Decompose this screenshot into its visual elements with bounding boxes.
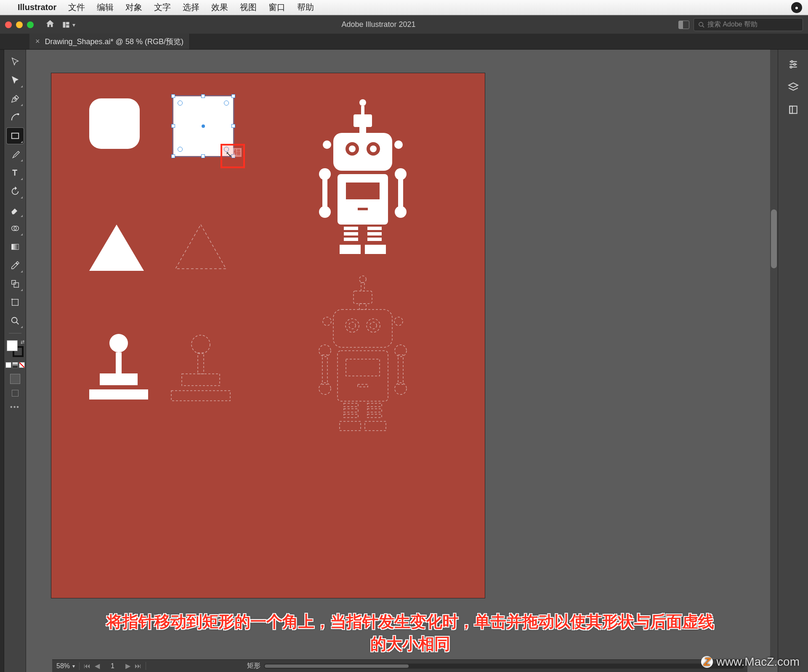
resize-handle[interactable] xyxy=(231,94,235,98)
workspace: T ⇄ ••• xyxy=(0,50,808,672)
horizontal-scrollbar[interactable] xyxy=(264,664,744,669)
triangle-dashed-outline[interactable] xyxy=(173,222,228,271)
app-name[interactable]: Illustrator xyxy=(18,3,56,12)
svg-point-77 xyxy=(791,61,792,62)
menu-file[interactable]: 文件 xyxy=(68,2,85,13)
canvas-area[interactable]: ⤡ 锚 xyxy=(26,50,778,672)
joystick-dashed-outline[interactable] xyxy=(169,334,232,411)
edit-toolbar-icon[interactable]: ••• xyxy=(10,403,20,411)
direct-selection-tool[interactable] xyxy=(7,72,24,88)
scrollbar-thumb[interactable] xyxy=(771,209,777,268)
svg-point-27 xyxy=(349,146,356,152)
svg-rect-63 xyxy=(322,355,327,384)
menu-edit[interactable]: 编辑 xyxy=(97,2,114,13)
scrollbar-thumb[interactable] xyxy=(265,664,409,668)
menu-effect[interactable]: 效果 xyxy=(211,2,228,13)
svg-point-31 xyxy=(394,140,403,149)
svg-rect-83 xyxy=(789,106,792,113)
robot-dashed-outline[interactable] xyxy=(304,271,422,449)
live-corner-widget[interactable] xyxy=(178,101,183,106)
menu-object[interactable]: 对象 xyxy=(125,2,142,13)
prev-artboard-button[interactable]: ◀ xyxy=(93,662,101,670)
color-none-button[interactable] xyxy=(19,362,25,368)
color-gradient-button[interactable] xyxy=(12,362,18,368)
first-artboard-button[interactable]: ⏮ xyxy=(83,662,91,670)
scale-tool[interactable] xyxy=(7,276,24,292)
zoom-tool[interactable] xyxy=(7,313,24,329)
svg-rect-41 xyxy=(344,227,358,230)
joystick-solid-shape[interactable] xyxy=(89,334,148,399)
home-icon[interactable] xyxy=(45,19,55,30)
svg-point-67 xyxy=(395,383,407,394)
arrange-documents-button[interactable]: ▾ xyxy=(59,19,79,30)
screen-mode-buttons[interactable] xyxy=(12,390,19,397)
rotate-tool[interactable] xyxy=(7,183,24,199)
shape-builder-tool[interactable] xyxy=(7,220,24,236)
pen-tool[interactable] xyxy=(7,91,24,107)
resize-handle[interactable] xyxy=(171,154,175,158)
svg-rect-25 xyxy=(359,127,366,133)
help-search-input[interactable]: 搜索 Adobe 帮助 xyxy=(694,18,803,31)
paintbrush-tool[interactable] xyxy=(7,146,24,162)
curvature-tool[interactable] xyxy=(7,109,24,125)
panel-toggle-icon[interactable] xyxy=(678,21,689,29)
resize-handle[interactable] xyxy=(201,94,205,98)
artboard-number[interactable]: 1 xyxy=(103,662,122,670)
svg-point-38 xyxy=(395,168,407,180)
selection-tool[interactable] xyxy=(7,54,24,70)
draw-mode-button[interactable] xyxy=(10,374,20,384)
eraser-tool[interactable] xyxy=(7,202,24,218)
resize-handle[interactable] xyxy=(231,124,235,128)
next-artboard-button[interactable]: ▶ xyxy=(124,662,132,670)
window-controls xyxy=(5,21,34,28)
gradient-tool[interactable] xyxy=(7,239,24,255)
triangle-solid-shape[interactable] xyxy=(89,225,144,271)
svg-point-53 xyxy=(346,319,359,332)
svg-rect-73 xyxy=(367,414,382,418)
menu-window[interactable]: 窗口 xyxy=(268,2,285,13)
color-solid-button[interactable] xyxy=(5,362,11,368)
live-corner-widget[interactable] xyxy=(178,147,183,152)
live-corner-widget[interactable] xyxy=(224,101,229,106)
resize-handle[interactable] xyxy=(201,154,205,158)
svg-rect-19 xyxy=(198,353,204,374)
menu-help[interactable]: 帮助 xyxy=(297,2,314,13)
document-tab[interactable]: × Drawing_Shapes.ai* @ 58 % (RGB/预览) xyxy=(29,34,190,49)
vertical-scrollbar[interactable] xyxy=(770,50,778,660)
svg-rect-23 xyxy=(361,106,364,114)
menu-select[interactable]: 选择 xyxy=(183,2,199,13)
right-panel-dock xyxy=(778,50,808,672)
svg-rect-71 xyxy=(367,403,382,407)
search-placeholder: 搜索 Adobe 帮助 xyxy=(707,20,758,29)
artboard[interactable]: ⤡ 锚 xyxy=(51,73,485,598)
svg-point-58 xyxy=(394,317,403,325)
zoom-level-dropdown[interactable]: 58%▾ xyxy=(52,662,80,670)
svg-rect-33 xyxy=(346,183,380,199)
layers-panel-icon[interactable] xyxy=(787,81,800,93)
maximize-window-button[interactable] xyxy=(27,21,34,28)
type-tool[interactable]: T xyxy=(7,165,24,181)
close-window-button[interactable] xyxy=(5,21,12,28)
menu-view[interactable]: 视图 xyxy=(240,2,257,13)
rounded-rectangle-shape[interactable] xyxy=(89,98,140,149)
center-point xyxy=(202,124,205,128)
libraries-panel-icon[interactable] xyxy=(787,103,800,116)
robot-solid-shape[interactable] xyxy=(304,94,422,273)
properties-panel-icon[interactable] xyxy=(787,58,800,71)
minimize-window-button[interactable] xyxy=(16,21,23,28)
last-artboard-button[interactable]: ⏭ xyxy=(134,662,142,670)
eyedropper-tool[interactable] xyxy=(7,257,24,273)
close-tab-icon[interactable]: × xyxy=(35,37,40,46)
status-bar: 58%▾ ⏮ ◀ 1 ▶ ⏭ 矩形 xyxy=(52,659,747,672)
resize-handle[interactable] xyxy=(171,94,175,98)
artboard-tool[interactable] xyxy=(7,294,24,310)
resize-handle[interactable] xyxy=(171,124,175,128)
swap-fill-stroke-icon[interactable]: ⇄ xyxy=(21,339,24,345)
status-dot-icon[interactable]: ● xyxy=(791,2,802,13)
menu-type[interactable]: 文字 xyxy=(154,2,171,13)
fill-stroke-swatches[interactable]: ⇄ xyxy=(7,340,24,357)
chevron-down-icon: ▾ xyxy=(72,663,75,669)
svg-rect-69 xyxy=(344,409,358,412)
rectangle-tool[interactable] xyxy=(7,128,24,144)
fill-swatch[interactable] xyxy=(7,340,18,351)
